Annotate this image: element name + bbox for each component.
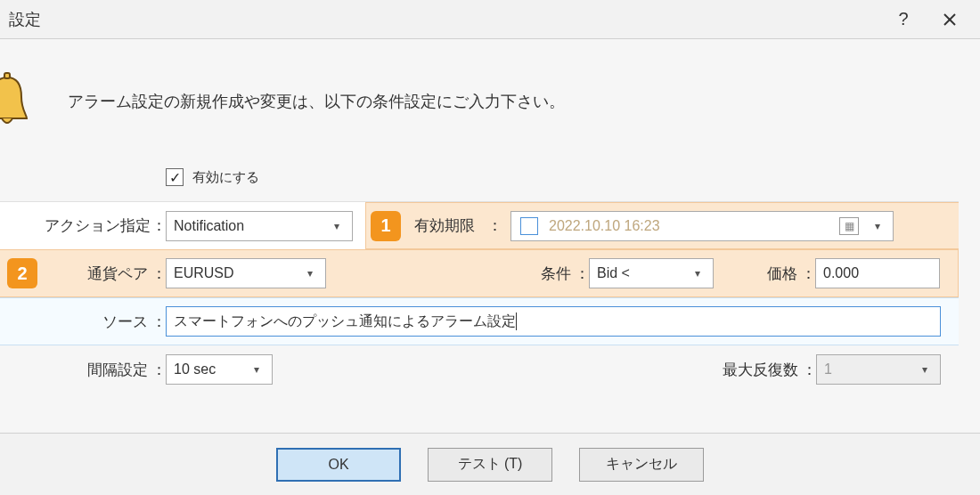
symbol-label: 通貨ペア [45, 264, 151, 284]
title-bar: 設定 ? [0, 0, 980, 39]
price-label: 価格 [767, 264, 801, 284]
action-label: アクション指定 [45, 215, 151, 236]
expiry-checkbox[interactable] [520, 217, 538, 235]
chevron-down-icon: ▾ [690, 267, 706, 280]
dialog-content: アラーム設定の新規作成や変更は、以下の条件設定にご入力下さい。 有効にする アク… [0, 39, 980, 433]
badge-2: 2 [7, 258, 37, 288]
action-value: Notification [174, 218, 244, 234]
condition-select[interactable]: Bid < ▾ [589, 258, 714, 288]
interval-select[interactable]: 10 sec ▾ [166, 354, 273, 385]
text-caret [516, 312, 517, 330]
close-button[interactable] [927, 2, 973, 37]
action-select[interactable]: Notification ▾ [166, 211, 353, 241]
intro-text: アラーム設定の新規作成や変更は、以下の条件設定にご入力下さい。 [68, 91, 565, 112]
calendar-icon[interactable]: ▦ [839, 217, 859, 235]
symbol-select[interactable]: EURUSD ▾ [166, 258, 326, 288]
enable-label: 有効にする [192, 169, 259, 186]
cancel-button[interactable]: キャンセル [579, 448, 704, 482]
svg-rect-2 [4, 73, 10, 78]
window-title: 設定 [7, 9, 41, 30]
repeat-select[interactable]: 1 ▾ [816, 354, 941, 385]
close-icon [943, 12, 957, 27]
help-button[interactable]: ? [880, 2, 927, 37]
interval-value: 10 sec [174, 361, 216, 377]
source-input[interactable]: スマートフォンへのプッシュ通知によるアラーム設定 [166, 306, 941, 337]
enable-row: 有効にする [0, 153, 959, 201]
chevron-down-icon: ▾ [870, 220, 886, 232]
checkbox-icon [166, 168, 184, 186]
price-value: 0.000 [823, 265, 859, 281]
chevron-down-icon: ▾ [329, 220, 345, 232]
enable-checkbox[interactable]: 有効にする [166, 168, 259, 186]
condition-label: 条件 [541, 264, 575, 284]
expiry-field[interactable]: 2022.10.10 16:23 ▦ ▾ [510, 211, 894, 241]
repeat-value: 1 [824, 361, 832, 377]
expiry-label: 有効期限 [414, 215, 478, 236]
repeat-label: 最大反復数 [723, 360, 802, 380]
badge-1: 1 [371, 211, 401, 241]
chevron-down-icon: ▾ [302, 267, 318, 280]
test-button[interactable]: テスト (T) [428, 448, 552, 482]
chevron-down-icon: ▾ [249, 363, 265, 376]
source-row: ソース ： スマートフォンへのプッシュ通知によるアラーム設定 [0, 297, 959, 345]
condition-value: Bid < [597, 265, 630, 281]
ok-button[interactable]: OK [276, 448, 401, 482]
test-label: テスト (T) [458, 455, 523, 474]
action-row: アクション指定 ： Notification ▾ 1 有効期限 ： 2022.1… [0, 201, 959, 249]
source-label: ソース [45, 312, 151, 332]
source-value: スマートフォンへのプッシュ通知によるアラーム設定 [174, 312, 516, 331]
chevron-down-icon: ▾ [917, 363, 933, 376]
ok-label: OK [328, 457, 348, 473]
price-input[interactable]: 0.000 [815, 258, 940, 288]
symbol-row: 2 通貨ペア ： EURUSD ▾ 条件 ： Bid < ▾ 価格 ： 0.00… [0, 249, 959, 297]
expiry-value: 2022.10.10 16:23 [549, 218, 660, 234]
symbol-value: EURUSD [174, 265, 234, 281]
interval-row: 間隔設定 ： 10 sec ▾ 最大反復数 ： 1 ▾ [0, 345, 959, 394]
button-bar: OK テスト (T) キャンセル [0, 433, 980, 495]
interval-label: 間隔設定 [45, 360, 151, 380]
bell-icon [0, 66, 39, 137]
cancel-label: キャンセル [606, 455, 677, 474]
